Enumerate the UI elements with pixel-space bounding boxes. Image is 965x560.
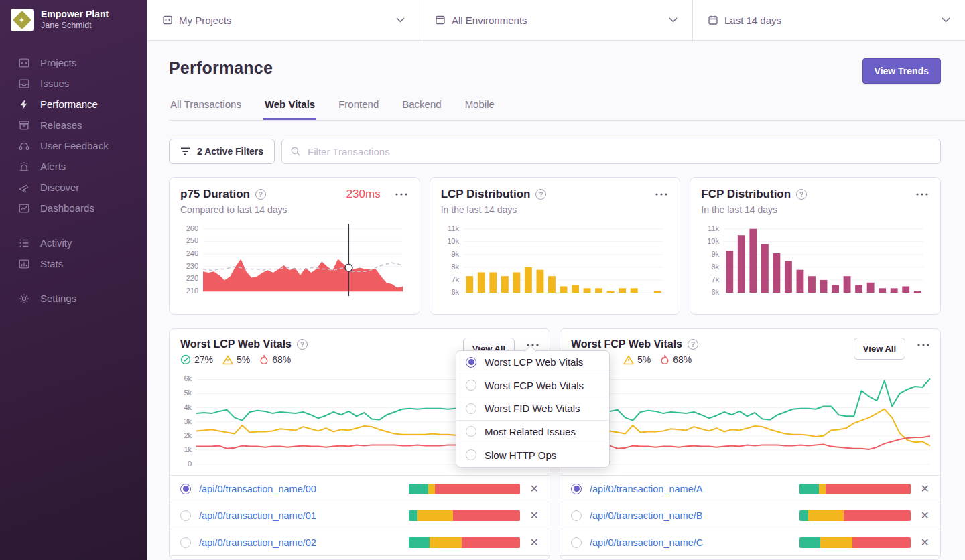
svg-text:10k: 10k — [447, 237, 459, 245]
sidebar-item-label: User Feedback — [40, 140, 109, 151]
sidebar-item-activity[interactable]: Activity — [0, 232, 147, 253]
help-icon[interactable]: ? — [688, 339, 698, 350]
svg-text:2k: 2k — [184, 431, 192, 439]
tab-all-transactions[interactable]: All Transactions — [169, 98, 243, 120]
svg-text:6k: 6k — [712, 288, 720, 296]
tab-frontend[interactable]: Frontend — [337, 98, 380, 120]
tab-web-vitals[interactable]: Web Vitals — [263, 98, 316, 120]
svg-text:11k: 11k — [448, 224, 459, 232]
search-input[interactable] — [281, 139, 941, 164]
gear-icon — [18, 293, 30, 305]
help-icon[interactable]: ? — [796, 189, 807, 200]
transaction-link[interactable]: /api/0/transaction_name/01 — [199, 510, 316, 521]
tab-mobile[interactable]: Mobile — [464, 98, 496, 120]
svg-text:9k: 9k — [451, 250, 459, 258]
lcp-distribution-card: LCP Distribution ? In the last 14 days 1… — [430, 177, 681, 315]
svg-text:230: 230 — [186, 262, 198, 270]
issues-icon — [18, 78, 30, 90]
sidebar-item-performance[interactable]: Performance — [0, 94, 147, 115]
sidebar-item-discover[interactable]: Discover — [0, 177, 147, 198]
date-range-dropdown[interactable]: Last 14 days — [693, 0, 965, 40]
poor-segment — [453, 510, 520, 521]
svg-text:240: 240 — [186, 249, 198, 257]
meh-segment — [819, 484, 826, 494]
svg-text:3k: 3k — [184, 417, 192, 425]
sidebar-item-projects[interactable]: Projects — [0, 52, 147, 73]
vitals-breakdown-bar — [409, 484, 520, 494]
lcp-distribution-chart: 11k10k9k8k7k6k — [441, 220, 667, 299]
menu-item-worst-lcp[interactable]: Worst LCP Web Vitals — [456, 351, 609, 374]
help-icon[interactable]: ? — [255, 189, 266, 200]
sidebar-item-releases[interactable]: Releases — [0, 115, 147, 135]
close-icon[interactable]: ✕ — [921, 510, 929, 521]
transaction-link[interactable]: /api/0/transaction_name/C — [590, 537, 703, 548]
svg-text:8k: 8k — [712, 263, 720, 271]
transaction-link[interactable]: /api/0/transaction_name/00 — [199, 484, 316, 494]
sidebar-item-alerts[interactable]: Alerts — [0, 156, 147, 177]
projects-dropdown[interactable]: My Projects — [147, 0, 420, 40]
more-options-button[interactable] — [654, 190, 669, 198]
active-filters-label: 2 Active Filters — [197, 146, 263, 157]
help-icon[interactable]: ? — [535, 189, 546, 200]
good-segment — [409, 484, 429, 494]
transaction-link[interactable]: /api/0/transaction_name/B — [590, 510, 702, 521]
warning-triangle-icon — [623, 355, 634, 365]
view-all-button[interactable]: View All — [854, 338, 905, 360]
table-row: /api/0/transaction_name/C ✕ — [560, 529, 940, 556]
close-icon[interactable]: ✕ — [530, 484, 539, 494]
menu-item-worst-fcp[interactable]: Worst FCP Web Vitals — [456, 374, 609, 398]
filter-icon — [180, 147, 190, 155]
plant-logo-icon: ✦ — [19, 17, 25, 24]
projects-icon — [18, 57, 30, 69]
org-switcher[interactable]: ✦ Empower Plant Jane Schmidt — [0, 0, 147, 40]
close-icon[interactable]: ✕ — [921, 537, 929, 548]
vitals-breakdown-bar — [409, 537, 520, 548]
environments-dropdown[interactable]: All Environments — [420, 0, 693, 40]
svg-text:10k: 10k — [708, 237, 720, 245]
sidebar-nav: Projects Issues Performance Releases Use… — [0, 52, 147, 309]
row-radio[interactable] — [571, 510, 582, 521]
row-radio[interactable] — [571, 484, 582, 494]
menu-item-label: Worst FID Web Vitals — [485, 403, 580, 414]
tab-backend[interactable]: Backend — [401, 98, 442, 120]
more-options-button[interactable] — [394, 190, 409, 198]
card-title: Worst FCP Web Vitals — [571, 338, 682, 350]
menu-item-worst-fid[interactable]: Worst FID Web Vitals — [456, 397, 609, 421]
sidebar-item-user-feedback[interactable]: User Feedback — [0, 135, 147, 156]
sidebar-item-issues[interactable]: Issues — [0, 73, 147, 94]
project-icon — [162, 15, 173, 25]
more-options-button[interactable] — [916, 341, 931, 349]
check-circle-icon — [180, 354, 191, 365]
vitals-breakdown-bar — [799, 537, 911, 548]
meh-badge: 5% — [623, 354, 651, 365]
sidebar-item-settings[interactable]: Settings — [0, 288, 147, 309]
meh-segment — [808, 510, 844, 521]
menu-item-slow-http-ops[interactable]: Slow HTTP Ops — [456, 443, 609, 467]
active-filters-button[interactable]: 2 Active Filters — [169, 139, 275, 164]
transaction-link[interactable]: /api/0/transaction_name/A — [590, 484, 702, 494]
row-radio[interactable] — [180, 484, 191, 494]
environments-dropdown-label: All Environments — [452, 15, 527, 26]
transaction-link[interactable]: /api/0/transaction_name/02 — [199, 537, 316, 548]
vitals-breakdown-bar — [409, 510, 520, 521]
meh-segment — [417, 510, 453, 521]
close-icon[interactable]: ✕ — [530, 537, 539, 548]
svg-text:220: 220 — [186, 274, 198, 282]
telescope-icon — [18, 182, 30, 194]
row-radio[interactable] — [180, 510, 191, 521]
row-radio[interactable] — [180, 537, 191, 548]
sidebar-item-label: Activity — [40, 237, 72, 249]
sidebar-item-stats[interactable]: Stats — [0, 253, 147, 274]
help-icon[interactable]: ? — [297, 339, 308, 350]
menu-item-most-related-issues[interactable]: Most Related Issues — [456, 421, 609, 444]
view-trends-button[interactable]: View Trends — [862, 58, 941, 84]
more-options-button[interactable] — [915, 190, 929, 198]
sidebar-item-dashboards[interactable]: Dashboards — [0, 198, 147, 218]
close-icon[interactable]: ✕ — [530, 510, 539, 521]
environments-icon — [435, 15, 446, 25]
svg-text:5k: 5k — [184, 389, 192, 397]
close-icon[interactable]: ✕ — [921, 484, 929, 494]
menu-item-label: Worst FCP Web Vitals — [485, 380, 584, 391]
sidebar-item-label: Discover — [40, 182, 79, 193]
row-radio[interactable] — [571, 537, 582, 548]
